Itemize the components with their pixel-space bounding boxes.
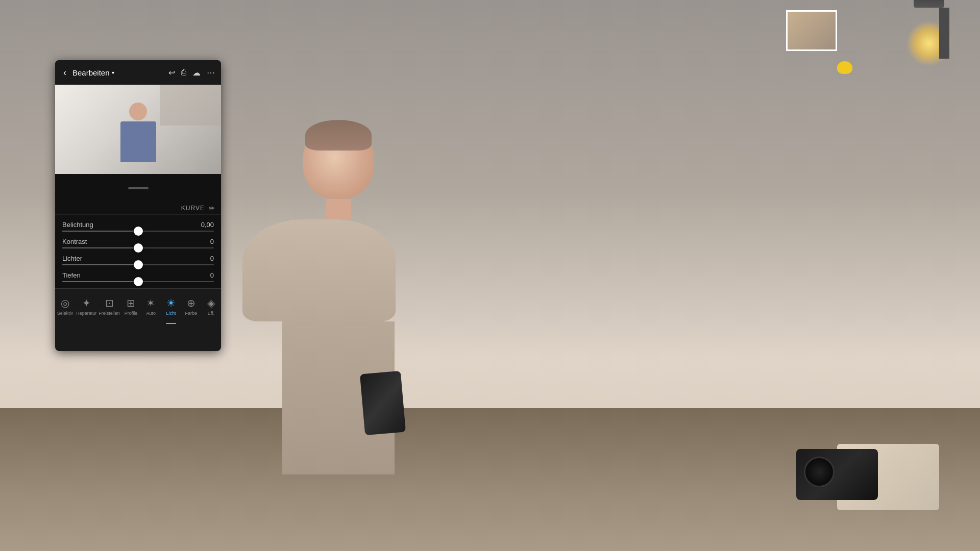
lamp-base xyxy=(939,8,949,59)
toolbar-label-licht: Licht xyxy=(166,311,176,316)
slider-tiefen: Tiefen 0 xyxy=(55,268,221,285)
reparatur-icon: ✦ xyxy=(82,297,91,309)
edit-title-text: Bearbeiten xyxy=(72,68,110,77)
toolbar-item-reparatur[interactable]: ✦Reparatur xyxy=(75,289,97,324)
person-neck xyxy=(326,199,351,219)
wall-photo xyxy=(786,10,837,51)
edit-title: Bearbeiten ▾ xyxy=(72,68,114,77)
slider-kontrast: Kontrast 0 xyxy=(55,235,221,252)
licht-icon: ☀ xyxy=(166,297,176,309)
slider-thumb-lichter[interactable] xyxy=(134,260,143,269)
rubber-duck xyxy=(837,61,852,74)
slider-label-belichtung: Belichtung xyxy=(62,221,93,229)
slider-value-belichtung: 0,00 xyxy=(201,221,214,229)
lamp-head xyxy=(914,0,944,8)
slider-lichter: Lichter 0 xyxy=(55,252,221,268)
toolbar-label-profile: Profile xyxy=(125,311,138,316)
photo-preview xyxy=(55,85,221,174)
mini-person-head xyxy=(129,103,147,120)
slider-fill-kontrast xyxy=(62,247,138,248)
phone-panel: ‹ Bearbeiten ▾ ↩ ⎙ ☁ ⋯ KURVE ✏ xyxy=(55,60,221,351)
slider-track-lichter[interactable] xyxy=(62,264,214,265)
toolbar-item-selektiv[interactable]: ◎Selektiv xyxy=(55,289,75,324)
curve-edit-icon[interactable]: ✏ xyxy=(209,204,215,212)
toolbar-label-selektiv: Selektiv xyxy=(57,311,74,316)
top-bar: ‹ Bearbeiten ▾ ↩ ⎙ ☁ ⋯ xyxy=(55,60,221,85)
slider-fill-lichter xyxy=(62,264,138,265)
person-hair xyxy=(305,120,372,151)
dropdown-arrow-icon[interactable]: ▾ xyxy=(112,70,114,76)
profile-icon: ⊞ xyxy=(127,297,135,309)
slider-track-belichtung[interactable] xyxy=(62,231,214,232)
slider-value-tiefen: 0 xyxy=(210,271,214,279)
top-bar-right: ↩ ⎙ ☁ ⋯ xyxy=(168,68,215,78)
slider-thumb-kontrast[interactable] xyxy=(134,243,143,253)
sliders-section: Belichtung 0,00 Kontrast 0 Lichter 0 xyxy=(55,215,221,288)
slider-track-kontrast[interactable] xyxy=(62,247,214,248)
slider-label-kontrast: Kontrast xyxy=(62,238,87,245)
toolbar-item-licht[interactable]: ☀Licht xyxy=(161,289,181,324)
more-button[interactable]: ⋯ xyxy=(207,68,215,78)
scene-overlay xyxy=(219,0,980,551)
curve-label: KURVE xyxy=(181,205,205,212)
cloud-button[interactable]: ☁ xyxy=(192,68,201,78)
phone-in-hand xyxy=(360,371,406,436)
slider-value-lichter: 0 xyxy=(210,255,214,262)
top-bar-left: ‹ Bearbeiten ▾ xyxy=(61,66,114,79)
photo-bg-shelf xyxy=(160,85,221,126)
curve-section: KURVE ✏ xyxy=(55,202,221,215)
auto-icon: ✶ xyxy=(146,297,155,309)
toolbar-label-effekte: Eff. xyxy=(208,311,214,316)
drag-handle-area xyxy=(55,174,221,202)
effekte-icon: ◈ xyxy=(207,297,215,309)
slider-fill-belichtung xyxy=(62,231,138,232)
desk-lamp xyxy=(924,0,949,59)
photo-preview-inner xyxy=(55,85,221,174)
back-button[interactable]: ‹ xyxy=(61,66,68,79)
slider-track-tiefen[interactable] xyxy=(62,281,214,282)
person-shoulders xyxy=(242,219,396,321)
farbe-icon: ⊕ xyxy=(187,297,195,309)
mini-person-body xyxy=(120,121,156,162)
toolbar-label-auto: Auto xyxy=(146,311,156,316)
slider-belichtung: Belichtung 0,00 xyxy=(55,218,221,235)
bottom-toolbar: ◎Selektiv✦Reparatur⊡Freistellen⊞Profile✶… xyxy=(55,288,221,324)
slider-thumb-belichtung[interactable] xyxy=(134,227,143,236)
slider-thumb-tiefen[interactable] xyxy=(134,277,143,286)
freistellen-icon: ⊡ xyxy=(105,297,114,309)
undo-button[interactable]: ↩ xyxy=(168,68,175,78)
slider-label-tiefen: Tiefen xyxy=(62,271,81,279)
camera-on-desk xyxy=(796,449,878,500)
toolbar-item-farbe[interactable]: ⊕Farbe xyxy=(181,289,201,324)
toolbar-item-effekte[interactable]: ◈Eff. xyxy=(201,289,221,324)
selektiv-icon: ◎ xyxy=(61,297,69,309)
drag-handle[interactable] xyxy=(128,187,149,189)
camera-lens xyxy=(804,457,835,487)
share-button[interactable]: ⎙ xyxy=(181,68,186,77)
slider-value-kontrast: 0 xyxy=(210,238,214,245)
toolbar-item-freistellen[interactable]: ⊡Freistellen xyxy=(97,289,121,324)
toolbar-label-reparatur: Reparatur xyxy=(76,311,96,316)
toolbar-label-freistellen: Freistellen xyxy=(99,311,120,316)
toolbar-label-farbe: Farbe xyxy=(185,311,197,316)
slider-label-lichter: Lichter xyxy=(62,255,82,262)
person-head xyxy=(303,122,374,199)
mini-person xyxy=(118,103,159,169)
toolbar-item-profile[interactable]: ⊞Profile xyxy=(121,289,141,324)
toolbar-item-auto[interactable]: ✶Auto xyxy=(141,289,161,324)
slider-fill-tiefen xyxy=(62,281,138,282)
